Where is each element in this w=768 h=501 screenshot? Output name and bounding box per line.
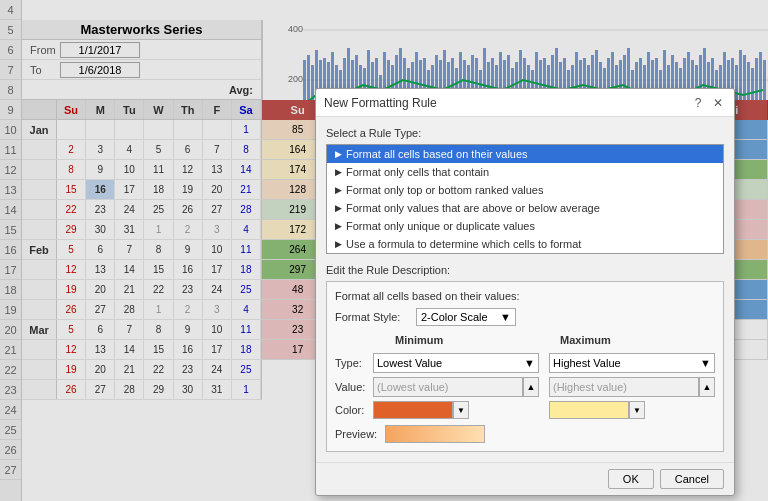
rule-arrow: ▶ xyxy=(335,149,342,159)
color-min-dropdown[interactable]: ▼ xyxy=(453,401,469,419)
rule-arrow: ▶ xyxy=(335,221,342,231)
type-min-select[interactable]: Lowest Value ▼ xyxy=(373,353,539,373)
color-max-dropdown[interactable]: ▼ xyxy=(629,401,645,419)
min-max-header-row: Minimum Maximum xyxy=(335,334,715,349)
rule-item-3[interactable]: ▶ Format only values that are above or b… xyxy=(327,199,723,217)
rule-type-list: ▶ Format all cells based on their values… xyxy=(326,144,724,254)
format-style-label: Format Style: xyxy=(335,311,410,323)
dialog-titlebar: New Formatting Rule ? ✕ xyxy=(316,89,734,117)
value-min-spinner[interactable]: ▲ xyxy=(523,377,539,397)
format-style-row: Format Style: 2-Color Scale ▼ xyxy=(335,308,715,326)
type-min-value: Lowest Value xyxy=(377,357,442,369)
format-style-select[interactable]: 2-Color Scale ▼ xyxy=(416,308,516,326)
rule-item-2[interactable]: ▶ Format only top or bottom ranked value… xyxy=(327,181,723,199)
type-max-select[interactable]: Highest Value ▼ xyxy=(549,353,715,373)
format-style-value: 2-Color Scale xyxy=(421,311,488,323)
rule-item-5[interactable]: ▶ Use a formula to determine which cells… xyxy=(327,235,723,253)
type-max-dropdown-icon: ▼ xyxy=(700,357,711,369)
color-label: Color: xyxy=(335,404,373,416)
minimum-label: Minimum xyxy=(395,334,550,346)
color-min-swatch[interactable] xyxy=(373,401,453,419)
type-min-dropdown-icon: ▼ xyxy=(524,357,535,369)
dialog-controls: ? ✕ xyxy=(690,95,726,111)
format-desc: Format all cells based on their values: xyxy=(335,290,715,302)
select-rule-label: Select a Rule Type: xyxy=(326,127,724,139)
dialog-help-button[interactable]: ? xyxy=(690,95,706,111)
dialog-close-button[interactable]: ✕ xyxy=(710,95,726,111)
value-label: Value: xyxy=(335,381,373,393)
rule-item-label: Format all cells based on their values xyxy=(346,148,528,160)
rule-arrow: ▶ xyxy=(335,203,342,213)
type-max-value: Highest Value xyxy=(553,357,621,369)
format-style-dropdown-icon: ▼ xyxy=(500,311,511,323)
rule-arrow: ▶ xyxy=(335,185,342,195)
rule-item-label: Format only unique or duplicate values xyxy=(346,220,535,232)
rule-item-label: Format only values that are above or bel… xyxy=(346,202,600,214)
edit-rule-label: Edit the Rule Description: xyxy=(326,264,724,276)
value-min-placeholder: (Lowest value) xyxy=(377,381,449,393)
type-label: Type: xyxy=(335,357,373,369)
rule-arrow: ▶ xyxy=(335,167,342,177)
rule-item-label: Format only top or bottom ranked values xyxy=(346,184,543,196)
rule-item-4[interactable]: ▶ Format only unique or duplicate values xyxy=(327,217,723,235)
color-max-swatch[interactable] xyxy=(549,401,629,419)
rule-item-0[interactable]: ▶ Format all cells based on their values xyxy=(327,145,723,163)
dialog-footer: OK Cancel xyxy=(316,462,734,495)
rule-item-label: Format only cells that contain xyxy=(346,166,489,178)
description-section: Format all cells based on their values: … xyxy=(326,281,724,452)
maximum-label: Maximum xyxy=(560,334,715,346)
cancel-button[interactable]: Cancel xyxy=(660,469,724,489)
dialog-title: New Formatting Rule xyxy=(324,96,690,110)
preview-label: Preview: xyxy=(335,428,385,440)
rule-arrow: ▶ xyxy=(335,239,342,249)
preview-row: Preview: xyxy=(335,425,715,443)
rule-item-label: Use a formula to determine which cells t… xyxy=(346,238,581,250)
dialog-body: Select a Rule Type: ▶ Format all cells b… xyxy=(316,117,734,462)
rule-item-1[interactable]: ▶ Format only cells that contain xyxy=(327,163,723,181)
value-max-input[interactable]: (Highest value) xyxy=(549,377,699,397)
new-formatting-rule-dialog: New Formatting Rule ? ✕ Select a Rule Ty… xyxy=(315,88,735,496)
value-max-spinner[interactable]: ▲ xyxy=(699,377,715,397)
value-min-input[interactable]: (Lowest value) xyxy=(373,377,523,397)
preview-box xyxy=(385,425,485,443)
value-max-placeholder: (Highest value) xyxy=(553,381,627,393)
ok-button[interactable]: OK xyxy=(608,469,654,489)
